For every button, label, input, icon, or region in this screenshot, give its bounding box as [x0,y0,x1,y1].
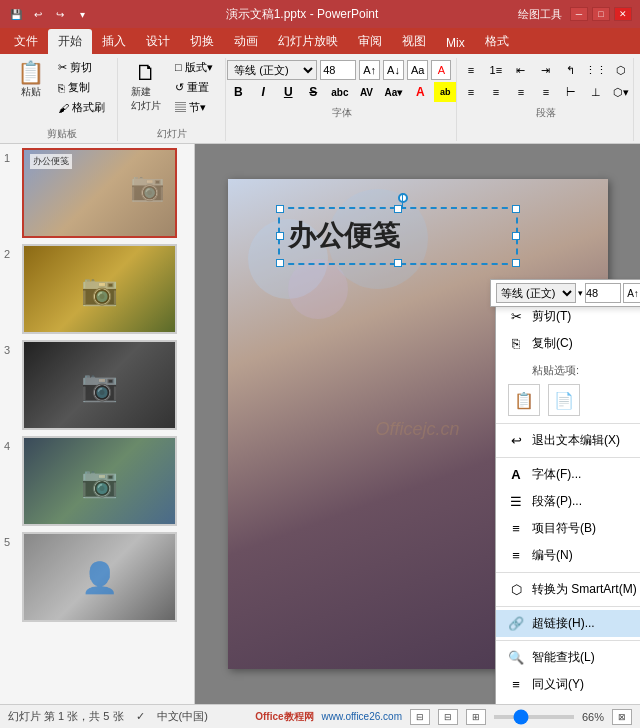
synonym-icon: ≡ [508,677,524,693]
tab-review[interactable]: 审阅 [348,29,392,54]
slide-1-thumbnail[interactable]: 办公便笺 📷 [22,148,177,238]
font-size-input[interactable] [320,60,356,80]
slide-sorter-button[interactable]: ⊞ [466,709,486,725]
slide-thumb-5[interactable]: 5 👤 [4,532,190,622]
mt-font-size-input[interactable] [585,283,621,303]
paste-keep-format-button[interactable]: 📋 [508,384,540,416]
undo-icon[interactable]: ↩ [30,7,46,21]
format-painter-button[interactable]: 🖌 格式刷 [52,98,111,117]
fit-window-button[interactable]: ⊠ [612,709,632,725]
handle-bot-left[interactable] [276,259,284,267]
tab-file[interactable]: 文件 [4,29,48,54]
tab-mix[interactable]: Mix [436,32,475,54]
change-case-button[interactable]: Aa▾ [380,82,406,102]
align-center-button[interactable]: ≡ [485,82,507,102]
redo-icon[interactable]: ↪ [52,7,68,21]
tab-animations[interactable]: 动画 [224,29,268,54]
shadow-button[interactable]: abc [327,82,352,102]
decrease-indent-button[interactable]: ⇤ [510,60,532,80]
ctx-convert-smartart[interactable]: ⬡ 转换为 SmartArt(M) ▶ [496,576,640,603]
strikethrough-button[interactable]: S [302,82,324,102]
convert-smartart-button[interactable]: ⬡▾ [610,82,632,102]
font-color-button[interactable]: A [431,60,451,80]
italic-button[interactable]: I [252,82,274,102]
maximize-button[interactable]: □ [592,7,610,21]
font-name-select[interactable]: 等线 (正文) [227,60,317,80]
outline-view-button[interactable]: ⊟ [438,709,458,725]
rtl-button[interactable]: ↰ [560,60,582,80]
exit-edit-icon: ↩ [508,433,524,449]
smart-art-button[interactable]: ⬡ [610,60,632,80]
new-slide-button[interactable]: 🗋 新建幻灯片 [126,58,166,117]
copy-button[interactable]: ⎘ 复制 [52,78,111,97]
mt-font-select[interactable]: 等线 (正文) [496,283,576,303]
increase-indent-button[interactable]: ⇥ [535,60,557,80]
slide-5-thumbnail[interactable]: 👤 [22,532,177,622]
ctx-exit-edit[interactable]: ↩ 退出文本编辑(X) [496,427,640,454]
ctx-smart-search[interactable]: 🔍 智能查找(L) [496,644,640,671]
cut-button[interactable]: ✂ 剪切 [52,58,111,77]
handle-mid-left[interactable] [276,232,284,240]
tab-design[interactable]: 设计 [136,29,180,54]
ctx-bullets[interactable]: ≡ 项目符号(B) ▶ [496,515,640,542]
ctx-translate[interactable]: ⟺ 翻译(S) [496,698,640,704]
ctx-hyperlink[interactable]: 🔗 超链接(H)... [496,610,640,637]
slide-textbox[interactable]: 办公便笺 [278,207,518,265]
ctx-paragraph[interactable]: ☰ 段落(P)... [496,488,640,515]
font-color-btn2[interactable]: A [409,82,431,102]
tab-insert[interactable]: 插入 [92,29,136,54]
handle-bot-right[interactable] [512,259,520,267]
handle-mid-right[interactable] [512,232,520,240]
clear-format-button[interactable]: Aa [407,60,428,80]
increase-font-button[interactable]: A↑ [359,60,380,80]
layout-button[interactable]: □ 版式▾ [169,58,219,77]
slide-3-thumbnail[interactable]: 📷 [22,340,177,430]
tab-transitions[interactable]: 切换 [180,29,224,54]
numbering-button[interactable]: 1≡ [485,60,507,80]
slide-thumb-2[interactable]: 2 📷 [4,244,190,334]
align-right-button[interactable]: ≡ [510,82,532,102]
mt-increase-font-button[interactable]: A↑ [623,283,640,303]
slide-2-thumbnail[interactable]: 📷 [22,244,177,334]
ctx-cut[interactable]: ✂ 剪切(T) [496,303,640,330]
align-text-button[interactable]: ⊥ [585,82,607,102]
ctx-copy[interactable]: ⎘ 复制(C) [496,330,640,357]
tab-format[interactable]: 格式 [475,29,519,54]
char-spacing-button[interactable]: AV [355,82,377,102]
text-direction-button[interactable]: ⊢ [560,82,582,102]
tab-slideshow[interactable]: 幻灯片放映 [268,29,348,54]
handle-top-right[interactable] [512,205,520,213]
slide-4-thumbnail[interactable]: 📷 [22,436,177,526]
ctx-font[interactable]: A 字体(F)... [496,461,640,488]
section-button[interactable]: ▤ 节▾ [169,98,219,117]
handle-top-mid[interactable] [394,205,402,213]
decrease-font-button[interactable]: A↓ [383,60,404,80]
minimize-button[interactable]: ─ [570,7,588,21]
bullets-button[interactable]: ≡ [460,60,482,80]
tab-home[interactable]: 开始 [48,29,92,54]
mt-font-dropdown-icon[interactable]: ▾ [578,288,583,298]
align-left-button[interactable]: ≡ [460,82,482,102]
save-icon[interactable]: 💾 [8,7,24,21]
paste-text-only-button[interactable]: 📄 [548,384,580,416]
reset-button[interactable]: ↺ 重置 [169,78,219,97]
text-highlight-button[interactable]: ab [434,82,456,102]
bold-button[interactable]: B [227,82,249,102]
underline-button[interactable]: U [277,82,299,102]
ctx-synonym[interactable]: ≡ 同义词(Y) ▶ [496,671,640,698]
columns-button[interactable]: ⋮⋮ [585,60,607,80]
close-button[interactable]: ✕ [614,7,632,21]
tab-view[interactable]: 视图 [392,29,436,54]
zoom-slider[interactable] [494,715,574,719]
ctx-numbering[interactable]: ≡ 编号(N) ▶ [496,542,640,569]
normal-view-button[interactable]: ⊟ [410,709,430,725]
slide-thumb-1[interactable]: 1 办公便笺 📷 [4,148,190,238]
paste-button[interactable]: 📋 粘贴 [12,58,49,103]
slide-thumb-3[interactable]: 3 📷 [4,340,190,430]
handle-bot-mid[interactable] [394,259,402,267]
slide-thumb-4[interactable]: 4 📷 [4,436,190,526]
handle-top-left[interactable] [276,205,284,213]
rotate-handle[interactable] [398,193,408,203]
customize-icon[interactable]: ▾ [74,7,90,21]
justify-button[interactable]: ≡ [535,82,557,102]
